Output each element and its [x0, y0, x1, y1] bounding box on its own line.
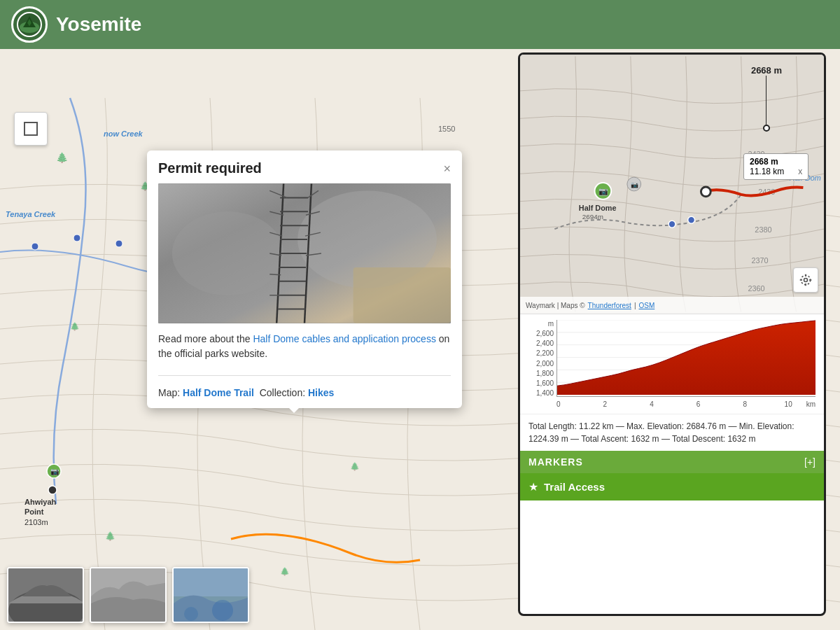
svg-point-67	[668, 220, 676, 227]
app-title: Yosemite	[56, 13, 141, 36]
gps-button[interactable]	[793, 267, 818, 293]
popup-header: Permit required ×	[147, 150, 462, 183]
svg-text:2360: 2360	[748, 284, 765, 293]
y-2200: 2,200	[528, 349, 554, 357]
y-1600: 1,600	[528, 379, 554, 387]
svg-text:2370: 2370	[751, 256, 768, 265]
svg-point-15	[31, 243, 38, 250]
popup-body-text: Read more about the Half Dome cables and…	[147, 332, 462, 370]
svg-point-16	[74, 234, 80, 241]
svg-point-77	[804, 279, 808, 282]
svg-point-78	[801, 275, 810, 284]
app-header: Yosemite	[0, 0, 840, 49]
y-1800: 1,800	[528, 370, 554, 377]
y-unit: m	[528, 320, 554, 328]
trail-access-star: ★	[528, 480, 538, 493]
panel-tooltip: 2668 m 11.18 km x	[743, 153, 808, 180]
elevation-label: 2668 m	[751, 65, 782, 76]
svg-text:🌲: 🌲	[105, 531, 115, 541]
attribution-osm-link[interactable]: OSM	[638, 302, 654, 309]
panel-map: 2430 2430 2380 2370 2360 📷 📷	[520, 55, 824, 314]
thumbnail-strip	[7, 567, 249, 623]
stats-text: Total Length: 11.22 km — Max. Elevation:…	[528, 421, 794, 444]
creek-label-2: Tenaya Creek	[6, 210, 55, 218]
ahwiyah-label: AhwiyahPoint2103m	[24, 497, 56, 527]
popup-half-dome-link[interactable]: Half Dome cables and application process	[253, 333, 435, 344]
elevation-chart: m 2,600 2,400 2,200 2,000 1,800 1,600 1,…	[528, 320, 816, 411]
svg-text:📷: 📷	[50, 467, 59, 476]
svg-text:2380: 2380	[755, 225, 771, 234]
y-2400: 2,400	[528, 340, 554, 347]
popup-image	[158, 183, 451, 323]
panel-attribution: Waymark | Maps © Thunderforest | OSM	[520, 297, 824, 314]
expand-button[interactable]	[14, 112, 48, 146]
svg-rect-58	[174, 568, 249, 596]
thumbnail-2[interactable]	[90, 567, 167, 623]
markers-title: MARKERS	[528, 456, 583, 468]
popup-close-button[interactable]: ×	[443, 162, 451, 175]
attribution-thunderforest-link[interactable]: Thunderforest	[588, 302, 631, 309]
markers-section-header: MARKERS [+]	[520, 451, 824, 473]
popup-divider	[158, 375, 451, 376]
thumbnail-1[interactable]	[7, 567, 84, 623]
svg-text:🌲: 🌲	[70, 321, 80, 331]
svg-point-20	[47, 464, 61, 478]
y-2000: 2,000	[528, 360, 554, 368]
svg-text:🌲: 🌲	[350, 461, 360, 471]
svg-point-19	[48, 486, 57, 494]
tooltip-elevation: 2668 m	[750, 157, 802, 167]
svg-point-59	[184, 607, 198, 621]
right-panel: 2430 2430 2380 2370 2360 📷 📷	[518, 52, 826, 616]
popup-collection-link[interactable]: Hikes	[308, 387, 334, 398]
chart-x-axis: 0 2 4 6 8 10 km	[556, 397, 816, 411]
svg-text:🌲: 🌲	[280, 566, 290, 576]
trail-access-label: Trail Access	[544, 481, 605, 493]
svg-text:📷: 📷	[631, 181, 639, 189]
app-logo	[11, 6, 48, 43]
popup-map-link[interactable]: Half Dome Trail	[183, 387, 254, 398]
svg-point-68	[688, 216, 695, 223]
creek-label-1: now Creek	[104, 130, 143, 138]
svg-point-30	[172, 211, 284, 295]
svg-rect-27	[24, 122, 37, 135]
stats-section: Total Length: 11.22 km — Max. Elevation:…	[520, 414, 824, 451]
tooltip-distance: 11.18 km	[750, 167, 784, 176]
y-1400: 1,400	[528, 389, 554, 397]
svg-point-17	[115, 240, 122, 247]
popup-title: Permit required	[158, 160, 262, 176]
svg-line-48	[270, 274, 281, 275]
chart-x-unit: km	[806, 400, 816, 408]
tooltip-close-button[interactable]: x	[798, 167, 802, 176]
elevation-dot	[763, 125, 770, 132]
svg-text:Half Dome: Half Dome	[579, 204, 617, 212]
svg-point-60	[212, 600, 233, 621]
thumbnail-3[interactable]	[172, 567, 249, 623]
chart-y-axis: m 2,600 2,400 2,200 2,000 1,800 1,600 1,…	[528, 320, 556, 397]
popup-map-info: Map: Half Dome Trail Collection: Hikes	[147, 382, 462, 408]
trail-access-item[interactable]: ★ Trail Access	[520, 473, 824, 500]
svg-point-69	[701, 187, 710, 197]
svg-text:🌲: 🌲	[56, 152, 69, 164]
chart-area	[556, 320, 816, 397]
svg-text:2694m: 2694m	[582, 213, 603, 220]
svg-rect-32	[354, 267, 451, 323]
popup-image-inner	[158, 183, 451, 323]
svg-text:1550: 1550	[438, 125, 455, 133]
elevation-line	[766, 76, 766, 125]
y-2600: 2,600	[528, 330, 554, 337]
svg-text:📷: 📷	[598, 186, 608, 196]
elevation-marker: 2668 m	[751, 65, 782, 132]
markers-add-button[interactable]: [+]	[804, 456, 816, 468]
permit-popup: Permit required ×	[147, 150, 462, 408]
elevation-chart-section: m 2,600 2,400 2,200 2,000 1,800 1,600 1,…	[520, 314, 824, 414]
